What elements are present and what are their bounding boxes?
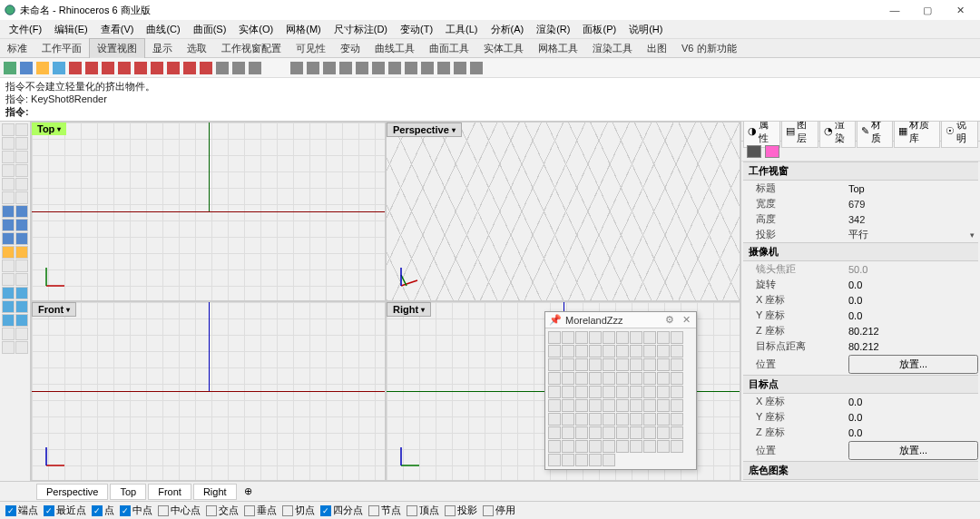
tab-display[interactable]: 显示	[145, 39, 180, 58]
viewport-label-top[interactable]: Top▾	[32, 122, 66, 135]
toolbar-icon[interactable]	[630, 372, 642, 385]
tool-icon[interactable]	[2, 219, 15, 231]
toolbar-icon[interactable]	[643, 426, 656, 439]
osnap-mid[interactable]: ✓中点	[120, 504, 152, 517]
bottom-tab-perspective[interactable]: Perspective	[36, 484, 108, 500]
menu-surface[interactable]: 曲面(S)	[188, 21, 232, 38]
tb-icon[interactable]	[307, 62, 319, 74]
chevron-down-icon[interactable]: ▾	[66, 306, 70, 314]
tool-icon[interactable]	[2, 232, 15, 245]
osnap-end[interactable]: ✓端点	[5, 504, 38, 517]
toolbar-icon[interactable]	[548, 345, 561, 357]
toolbar-icon[interactable]	[548, 426, 561, 439]
pin-icon[interactable]: 📌	[549, 314, 562, 326]
toolbar-icon[interactable]	[630, 386, 642, 398]
toolbar-icon[interactable]	[657, 386, 670, 398]
toolbar-icon[interactable]	[575, 413, 588, 426]
tool-icon[interactable]	[15, 205, 28, 218]
toolbar-icon[interactable]	[575, 358, 588, 371]
tool-icon[interactable]	[2, 164, 15, 177]
viewport-top[interactable]: Top▾	[32, 122, 385, 300]
osnap-project[interactable]: 投影	[445, 504, 477, 517]
toolbar-icon[interactable]	[548, 331, 561, 344]
tb-icon[interactable]	[323, 62, 336, 74]
toolbar-icon[interactable]	[616, 345, 629, 357]
tab-viewport-layout[interactable]: 工作视窗配置	[214, 39, 289, 58]
tool-icon[interactable]	[2, 178, 15, 191]
tab-visibility[interactable]: 可见性	[289, 39, 333, 58]
toolbar-icon[interactable]	[657, 331, 670, 344]
tool-icon[interactable]	[2, 300, 15, 313]
toolbar-icon[interactable]	[575, 399, 588, 412]
toolbar-icon[interactable]	[671, 399, 683, 412]
tool-icon[interactable]	[2, 123, 15, 136]
toolbar-icon[interactable]	[575, 440, 588, 453]
toolbar-icon[interactable]	[643, 358, 656, 371]
toolbar-icon[interactable]	[575, 331, 588, 344]
tool-icon[interactable]	[15, 219, 28, 231]
add-view-tab[interactable]: ⊕	[239, 485, 258, 497]
toolbar-icon[interactable]	[548, 372, 561, 385]
menu-mesh[interactable]: 网格(M)	[280, 21, 327, 38]
tb-icon[interactable]	[151, 62, 163, 74]
tb-icon[interactable]	[69, 62, 82, 74]
menu-view[interactable]: 查看(V)	[95, 21, 140, 38]
osnap-quad[interactable]: ✓四分点	[320, 504, 363, 517]
tb-icon[interactable]	[437, 62, 450, 74]
viewport-perspective[interactable]: Perspective▾	[387, 122, 740, 300]
toolbar-icon[interactable]	[643, 345, 656, 357]
tab-setview[interactable]: 设置视图	[89, 38, 145, 58]
menu-render[interactable]: 渲染(R)	[531, 21, 575, 38]
osnap-near[interactable]: ✓最近点	[44, 504, 86, 517]
prop-z-input[interactable]	[848, 326, 978, 337]
bottom-tab-top[interactable]: Top	[110, 484, 146, 500]
tool-icon[interactable]	[2, 260, 15, 272]
tb-icon[interactable]	[134, 62, 147, 74]
toolbar-icon[interactable]	[657, 413, 670, 426]
toolbar-icon[interactable]	[548, 440, 561, 453]
toolbar-icon[interactable]	[616, 372, 629, 385]
toolbar-icon[interactable]	[562, 372, 574, 385]
tb-icon[interactable]	[118, 62, 131, 74]
toolbar-icon[interactable]	[630, 413, 642, 426]
tb-icon[interactable]	[36, 62, 49, 74]
toolbar-icon[interactable]	[616, 331, 629, 344]
tool-icon[interactable]	[15, 314, 28, 327]
toolbar-icon[interactable]	[562, 413, 574, 426]
toolbar-icon[interactable]	[603, 358, 615, 371]
tool-icon[interactable]	[15, 191, 28, 204]
toolbar-icon[interactable]	[643, 399, 656, 412]
tool-icon[interactable]	[15, 151, 28, 163]
floating-titlebar[interactable]: 📌 MorelandZzz ⚙ ✕	[545, 312, 696, 328]
prop-x-input[interactable]	[848, 295, 978, 306]
tb-icon[interactable]	[53, 62, 65, 74]
material-mode-icon[interactable]	[765, 145, 779, 158]
toolbar-icon[interactable]	[548, 358, 561, 371]
toolbar-icon[interactable]	[589, 345, 602, 357]
toolbar-icon[interactable]	[548, 386, 561, 398]
toolbar-icon[interactable]	[562, 345, 574, 357]
menu-transform[interactable]: 变动(T)	[395, 21, 438, 38]
prop-tx-input[interactable]	[848, 397, 978, 407]
osnap-int[interactable]: 交点	[206, 504, 239, 517]
toolbar-icon[interactable]	[589, 440, 602, 453]
tab-curve-tools[interactable]: 曲线工具	[368, 39, 422, 58]
tool-icon[interactable]	[15, 328, 28, 340]
toolbar-icon[interactable]	[562, 426, 574, 439]
tool-icon[interactable]	[2, 287, 15, 299]
toolbar-icon[interactable]	[616, 413, 629, 426]
toolbar-icon[interactable]	[589, 399, 602, 412]
maximize-button[interactable]: ▢	[911, 0, 944, 20]
menu-file[interactable]: 文件(F)	[4, 21, 47, 38]
tool-icon[interactable]	[2, 246, 15, 259]
tool-icon[interactable]	[15, 260, 28, 272]
toolbar-icon[interactable]	[562, 454, 574, 466]
chevron-down-icon[interactable]: ▾	[452, 126, 456, 134]
floating-toolbar[interactable]: 📌 MorelandZzz ⚙ ✕ /* filled below after …	[544, 311, 697, 470]
toolbar-icon[interactable]	[562, 358, 574, 371]
tb-icon[interactable]	[85, 62, 98, 74]
toolbar-icon[interactable]	[589, 454, 602, 466]
tool-icon[interactable]	[2, 191, 15, 204]
toolbar-icon[interactable]	[671, 386, 683, 398]
toolbar-icon[interactable]	[603, 440, 615, 453]
